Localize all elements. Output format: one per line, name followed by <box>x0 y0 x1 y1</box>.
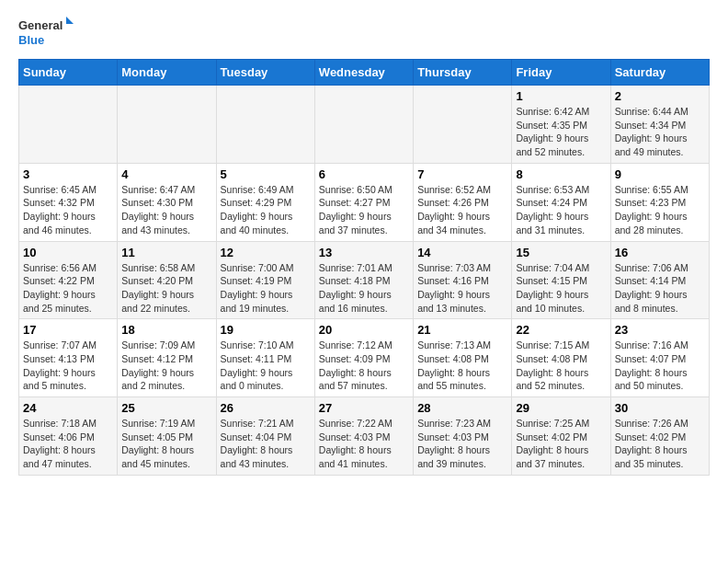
calendar-cell <box>314 86 413 164</box>
day-number: 14 <box>417 246 507 259</box>
calendar-cell: 6Sunrise: 6:50 AMSunset: 4:27 PMDaylight… <box>314 163 413 241</box>
header-friday: Friday <box>512 60 610 86</box>
day-number: 13 <box>319 246 409 259</box>
logo: General Blue <box>18 15 74 52</box>
day-info: Sunrise: 6:55 AMSunset: 4:23 PMDaylight:… <box>615 183 705 237</box>
day-info: Sunrise: 7:21 AMSunset: 4:04 PMDaylight:… <box>221 417 311 471</box>
week-row-5: 24Sunrise: 7:18 AMSunset: 4:06 PMDayligh… <box>19 397 710 476</box>
day-number: 16 <box>615 246 705 259</box>
calendar-header-row: SundayMondayTuesdayWednesdayThursdayFrid… <box>19 60 710 86</box>
calendar-cell <box>118 86 216 164</box>
header-tuesday: Tuesday <box>216 60 314 86</box>
calendar-cell: 5Sunrise: 6:49 AMSunset: 4:29 PMDaylight… <box>216 163 314 241</box>
calendar-cell <box>414 86 512 164</box>
calendar-cell: 15Sunrise: 7:04 AMSunset: 4:15 PMDayligh… <box>512 241 610 319</box>
day-info: Sunrise: 7:12 AMSunset: 4:09 PMDaylight:… <box>319 339 409 393</box>
svg-text:Blue: Blue <box>18 33 44 47</box>
calendar-cell: 4Sunrise: 6:47 AMSunset: 4:30 PMDaylight… <box>118 163 216 241</box>
calendar-cell: 28Sunrise: 7:23 AMSunset: 4:03 PMDayligh… <box>414 397 512 476</box>
calendar-cell: 24Sunrise: 7:18 AMSunset: 4:06 PMDayligh… <box>19 397 118 476</box>
day-info: Sunrise: 6:42 AMSunset: 4:35 PMDaylight:… <box>516 105 606 159</box>
day-number: 23 <box>615 323 705 337</box>
calendar-cell: 17Sunrise: 7:07 AMSunset: 4:13 PMDayligh… <box>19 319 118 397</box>
week-row-2: 3Sunrise: 6:45 AMSunset: 4:32 PMDaylight… <box>19 163 710 241</box>
day-number: 17 <box>23 323 113 337</box>
day-info: Sunrise: 7:16 AMSunset: 4:07 PMDaylight:… <box>615 339 705 393</box>
day-number: 29 <box>516 401 606 415</box>
day-info: Sunrise: 6:45 AMSunset: 4:32 PMDaylight:… <box>23 183 113 237</box>
day-number: 2 <box>615 89 705 103</box>
day-info: Sunrise: 7:04 AMSunset: 4:15 PMDaylight:… <box>516 261 606 316</box>
calendar-cell: 30Sunrise: 7:26 AMSunset: 4:02 PMDayligh… <box>610 397 709 476</box>
day-info: Sunrise: 7:23 AMSunset: 4:03 PMDaylight:… <box>417 417 507 471</box>
day-info: Sunrise: 7:19 AMSunset: 4:05 PMDaylight:… <box>121 417 211 471</box>
svg-text:General: General <box>18 18 63 32</box>
day-info: Sunrise: 7:07 AMSunset: 4:13 PMDaylight:… <box>23 339 113 393</box>
day-info: Sunrise: 6:53 AMSunset: 4:24 PMDaylight:… <box>516 183 606 237</box>
day-number: 20 <box>319 323 409 337</box>
calendar-cell: 22Sunrise: 7:15 AMSunset: 4:08 PMDayligh… <box>512 319 610 397</box>
day-info: Sunrise: 6:49 AMSunset: 4:29 PMDaylight:… <box>221 183 311 237</box>
day-info: Sunrise: 7:13 AMSunset: 4:08 PMDaylight:… <box>417 339 507 393</box>
day-number: 10 <box>23 246 113 259</box>
calendar-cell: 27Sunrise: 7:22 AMSunset: 4:03 PMDayligh… <box>314 397 413 476</box>
day-info: Sunrise: 7:09 AMSunset: 4:12 PMDaylight:… <box>121 339 211 393</box>
day-info: Sunrise: 6:52 AMSunset: 4:26 PMDaylight:… <box>417 183 507 237</box>
logo-svg: General Blue <box>18 15 74 52</box>
calendar-cell: 18Sunrise: 7:09 AMSunset: 4:12 PMDayligh… <box>118 319 216 397</box>
day-number: 1 <box>516 89 606 103</box>
day-number: 25 <box>121 401 211 415</box>
calendar-cell <box>19 86 118 164</box>
day-info: Sunrise: 7:25 AMSunset: 4:02 PMDaylight:… <box>516 417 606 471</box>
calendar-cell: 16Sunrise: 7:06 AMSunset: 4:14 PMDayligh… <box>610 241 709 319</box>
day-number: 26 <box>221 401 311 415</box>
calendar-cell: 10Sunrise: 6:56 AMSunset: 4:22 PMDayligh… <box>19 241 118 319</box>
day-number: 9 <box>615 167 705 181</box>
day-info: Sunrise: 6:47 AMSunset: 4:30 PMDaylight:… <box>121 183 211 237</box>
day-number: 15 <box>516 246 606 259</box>
header-monday: Monday <box>118 60 216 86</box>
calendar-cell: 9Sunrise: 6:55 AMSunset: 4:23 PMDaylight… <box>610 163 709 241</box>
day-number: 7 <box>417 167 507 181</box>
week-row-1: 1Sunrise: 6:42 AMSunset: 4:35 PMDaylight… <box>19 86 710 164</box>
calendar-cell: 14Sunrise: 7:03 AMSunset: 4:16 PMDayligh… <box>414 241 512 319</box>
day-number: 8 <box>516 167 606 181</box>
calendar-cell: 21Sunrise: 7:13 AMSunset: 4:08 PMDayligh… <box>414 319 512 397</box>
day-number: 30 <box>615 401 705 415</box>
header-wednesday: Wednesday <box>314 60 413 86</box>
calendar-cell: 3Sunrise: 6:45 AMSunset: 4:32 PMDaylight… <box>19 163 118 241</box>
calendar-cell: 19Sunrise: 7:10 AMSunset: 4:11 PMDayligh… <box>216 319 314 397</box>
day-number: 21 <box>417 323 507 337</box>
day-info: Sunrise: 7:26 AMSunset: 4:02 PMDaylight:… <box>615 417 705 471</box>
calendar-cell: 7Sunrise: 6:52 AMSunset: 4:26 PMDaylight… <box>414 163 512 241</box>
day-info: Sunrise: 7:18 AMSunset: 4:06 PMDaylight:… <box>23 417 113 471</box>
header-saturday: Saturday <box>610 60 709 86</box>
day-info: Sunrise: 7:00 AMSunset: 4:19 PMDaylight:… <box>221 261 311 316</box>
calendar-cell: 23Sunrise: 7:16 AMSunset: 4:07 PMDayligh… <box>610 319 709 397</box>
day-info: Sunrise: 7:01 AMSunset: 4:18 PMDaylight:… <box>319 261 409 316</box>
day-number: 28 <box>417 401 507 415</box>
day-number: 22 <box>516 323 606 337</box>
day-number: 4 <box>121 167 211 181</box>
day-info: Sunrise: 6:44 AMSunset: 4:34 PMDaylight:… <box>615 105 705 159</box>
calendar-cell <box>216 86 314 164</box>
day-number: 6 <box>319 167 409 181</box>
day-number: 27 <box>319 401 409 415</box>
week-row-3: 10Sunrise: 6:56 AMSunset: 4:22 PMDayligh… <box>19 241 710 319</box>
day-number: 19 <box>221 323 311 337</box>
calendar-cell: 12Sunrise: 7:00 AMSunset: 4:19 PMDayligh… <box>216 241 314 319</box>
day-info: Sunrise: 6:56 AMSunset: 4:22 PMDaylight:… <box>23 261 113 316</box>
day-info: Sunrise: 6:58 AMSunset: 4:20 PMDaylight:… <box>121 261 211 316</box>
calendar-cell: 8Sunrise: 6:53 AMSunset: 4:24 PMDaylight… <box>512 163 610 241</box>
day-number: 5 <box>221 167 311 181</box>
header: General Blue <box>18 15 710 52</box>
calendar-cell: 26Sunrise: 7:21 AMSunset: 4:04 PMDayligh… <box>216 397 314 476</box>
header-thursday: Thursday <box>414 60 512 86</box>
calendar-cell: 20Sunrise: 7:12 AMSunset: 4:09 PMDayligh… <box>314 319 413 397</box>
day-number: 11 <box>121 246 211 259</box>
day-info: Sunrise: 6:50 AMSunset: 4:27 PMDaylight:… <box>319 183 409 237</box>
day-info: Sunrise: 7:06 AMSunset: 4:14 PMDaylight:… <box>615 261 705 316</box>
calendar-cell: 11Sunrise: 6:58 AMSunset: 4:20 PMDayligh… <box>118 241 216 319</box>
svg-marker-2 <box>66 17 74 24</box>
calendar-cell: 13Sunrise: 7:01 AMSunset: 4:18 PMDayligh… <box>314 241 413 319</box>
